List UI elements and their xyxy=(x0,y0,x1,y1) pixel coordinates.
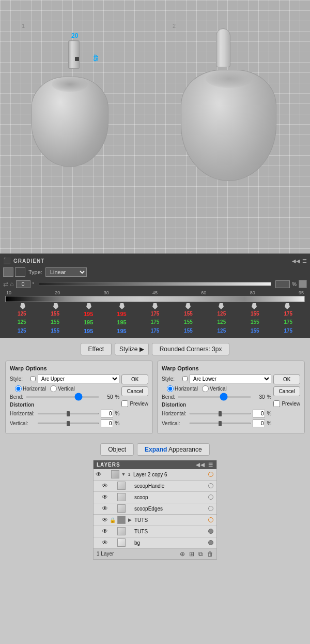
layer-6-eye-icon[interactable]: 👁 xyxy=(101,539,109,546)
warp-right-distortion-title: Distortion xyxy=(162,402,271,408)
canvas-label-2: 2 xyxy=(173,23,176,29)
warp-right-vert-track[interactable] xyxy=(190,423,251,424)
warp-left-horiz-row: Horizontal: % xyxy=(10,410,119,417)
stop-marker[interactable] xyxy=(219,303,224,309)
gradient-panel-controls[interactable]: ◀◀ ☰ xyxy=(292,258,307,264)
warp-right-cancel-button[interactable]: Cancel xyxy=(273,386,300,396)
right-scoop-top-indent xyxy=(206,70,252,88)
gradient-type-select[interactable]: Linear xyxy=(45,267,87,277)
layer-5-eye-icon[interactable]: 👁 xyxy=(101,528,109,535)
layer-4-expand-icon[interactable]: ▶ xyxy=(127,517,133,522)
warp-right-horiz-track[interactable] xyxy=(190,413,251,414)
layer-row-1[interactable]: 👁 scoopHandle xyxy=(94,481,216,492)
layer-4-eye-icon[interactable]: 👁 xyxy=(101,516,109,523)
stop-marker[interactable] xyxy=(185,303,191,309)
warp-right-bend-slider[interactable] xyxy=(178,396,251,398)
gradient-type-row: Type: Linear xyxy=(3,267,307,277)
warp-left-horiz-input[interactable] xyxy=(101,410,113,417)
duplicate-layer-icon[interactable]: ⧉ xyxy=(198,550,203,558)
delete-stop-btn[interactable] xyxy=(299,280,307,288)
warp-right-ok-button[interactable]: OK xyxy=(273,375,300,384)
stylize-label: Stylize xyxy=(119,346,137,353)
warp-right-style-check[interactable] xyxy=(182,376,188,381)
warp-right-vertical-radio[interactable]: Vertical xyxy=(202,385,227,392)
expand-word: Expand xyxy=(145,446,167,453)
warp-left-style-row: Style: Arc Upper xyxy=(10,375,119,383)
degree-symbol: ° xyxy=(33,281,35,287)
effect-button[interactable]: Effect xyxy=(81,343,112,355)
warp-right-preview-check[interactable] xyxy=(273,400,280,407)
warp-left-vert-input[interactable] xyxy=(101,420,113,427)
layer-row-0[interactable]: 👁 ▼ 1 Layer 2 copy 6 xyxy=(94,469,216,481)
warp-left-bend-value: 50 xyxy=(101,394,113,400)
layer-4-circle xyxy=(208,517,213,522)
layer-3-eye-icon[interactable]: 👁 xyxy=(101,505,109,512)
stop-marker[interactable] xyxy=(119,303,125,309)
stop-marker[interactable] xyxy=(285,303,290,309)
left-handle-mark xyxy=(75,57,79,61)
stop-marker[interactable] xyxy=(53,303,58,309)
warp-left-vert-track[interactable] xyxy=(38,423,99,424)
layer-1-eye-icon[interactable]: 👁 xyxy=(101,482,109,489)
layer-0-expand-icon[interactable]: ▼ xyxy=(120,472,127,477)
dim-width-label: 20 xyxy=(71,32,78,39)
layer-2-eye-icon[interactable]: 👁 xyxy=(101,493,109,501)
gradient-r-values: 125 155 195 195 175 155 125 155 175 xyxy=(5,310,305,318)
layer-3-name[interactable]: scoopEdges xyxy=(133,506,208,512)
gradient-linear-icon[interactable] xyxy=(3,267,13,277)
delete-layer-icon[interactable]: 🗑 xyxy=(207,550,213,558)
gradient-radial-icon[interactable] xyxy=(15,267,25,277)
layers-menu-icon[interactable]: ☰ xyxy=(208,462,213,468)
warp-right-horizontal-radio[interactable]: Horizontal xyxy=(167,385,198,392)
warp-left-ok-button[interactable]: OK xyxy=(121,375,148,384)
warp-left-preview-check[interactable] xyxy=(121,400,128,407)
layer-row-3[interactable]: 👁 scoopEdges xyxy=(94,503,216,515)
warp-left-title: Warp Options xyxy=(10,365,148,371)
stop-marker[interactable] xyxy=(20,303,25,309)
warp-left-style-select[interactable]: Arc Upper xyxy=(38,375,119,383)
layer-4-lock-icon: 🔒 xyxy=(109,517,116,523)
layer-6-name[interactable]: bg xyxy=(133,540,208,546)
layer-0-name[interactable]: Layer 2 copy 6 xyxy=(132,472,208,477)
gradient-angle-row: ⇄ ⌂ ° % xyxy=(3,280,307,288)
angle-input[interactable] xyxy=(16,280,30,288)
object-button[interactable]: Object xyxy=(100,443,134,456)
layer-row-6[interactable]: 👁 bg xyxy=(94,537,216,549)
new-sub-layer-icon[interactable]: ⊞ xyxy=(189,550,194,558)
layer-row-5[interactable]: 👁 TUTS xyxy=(94,526,216,537)
canvas-area: 1 2 20 45 xyxy=(0,0,310,253)
object-expand-row: Object Expand Appearance xyxy=(0,439,310,460)
expand-appearance-button[interactable]: Expand Appearance xyxy=(137,443,210,456)
left-scoop-top-indent xyxy=(52,77,88,92)
stop-marker[interactable] xyxy=(252,303,257,309)
layer-row-4[interactable]: 👁 🔒 ▶ TUTS xyxy=(94,515,216,526)
new-layer-icon[interactable]: ⊕ xyxy=(180,550,185,558)
gradient-slider-area: 10 20 30 45 60 80 95 125 155 195 19 xyxy=(3,290,307,335)
warp-left-cancel-button[interactable]: Cancel xyxy=(121,386,148,396)
collapse-icon[interactable]: ◀◀ xyxy=(292,258,300,264)
warp-left-vertical-radio[interactable]: Vertical xyxy=(50,385,75,392)
layers-footer-icons[interactable]: ⊕ ⊞ ⧉ 🗑 xyxy=(180,550,213,558)
layer-5-name[interactable]: TUTS xyxy=(133,529,208,534)
stylize-button[interactable]: Stylize ▶ xyxy=(115,343,149,355)
layer-1-name[interactable]: scoopHandle xyxy=(133,483,208,489)
warp-left-horiz-track[interactable] xyxy=(38,413,99,414)
layer-3-thumb xyxy=(117,504,126,513)
percent-input[interactable] xyxy=(275,280,290,288)
warp-right-vert-input[interactable] xyxy=(253,420,265,427)
layer-2-name[interactable]: scoop xyxy=(133,495,208,500)
layer-4-name[interactable]: TUTS xyxy=(133,517,208,523)
menu-icon[interactable]: ☰ xyxy=(302,258,307,264)
stop-marker[interactable] xyxy=(152,303,158,309)
warp-left-bend-slider[interactable] xyxy=(26,396,99,398)
warp-right-style-select[interactable]: Arc Lower xyxy=(190,375,271,383)
layers-panel-icons[interactable]: ◀◀ ☰ xyxy=(196,462,213,468)
warp-left-bend-row: Bend: 50 % xyxy=(10,394,119,400)
warp-right-horiz-input[interactable] xyxy=(253,410,265,417)
layer-row-2[interactable]: 👁 scoop xyxy=(94,492,216,503)
layer-0-eye-icon[interactable]: 👁 xyxy=(95,471,103,478)
stop-marker[interactable] xyxy=(86,303,91,309)
warp-left-horizontal-radio[interactable]: Horizontal xyxy=(15,385,46,392)
warp-left-style-check[interactable] xyxy=(30,376,36,381)
collapse-double-icon[interactable]: ◀◀ xyxy=(196,462,205,468)
